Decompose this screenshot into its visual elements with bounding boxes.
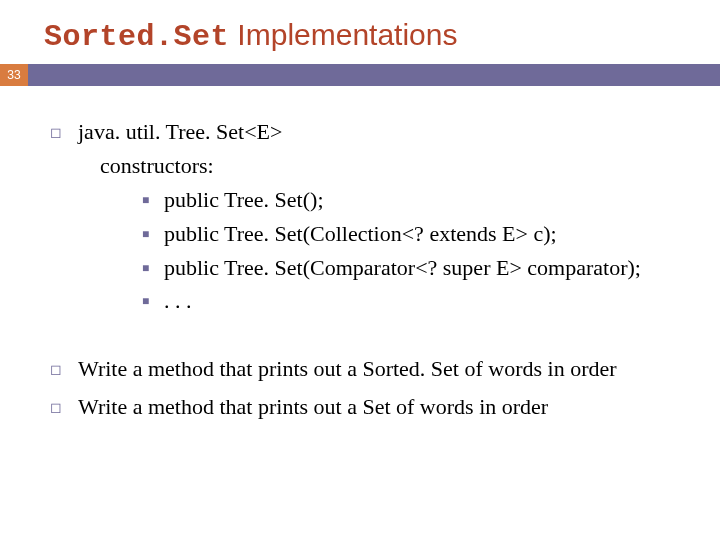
filled-square-icon: ■ xyxy=(142,218,164,250)
list-item: ■ . . . xyxy=(50,285,680,317)
list-item: ■ public Tree. Set(Collection<? extends … xyxy=(50,218,680,250)
slide-body: ◻ java. util. Tree. Set<E> constructors:… xyxy=(0,86,720,423)
page-number: 33 xyxy=(0,64,28,86)
filled-square-icon: ■ xyxy=(142,184,164,216)
filled-square-icon: ■ xyxy=(142,285,164,317)
list-text: public Tree. Set(); xyxy=(164,184,680,216)
list-text: . . . xyxy=(164,285,680,317)
list-item: ◻ Write a method that prints out a Set o… xyxy=(50,391,680,423)
list-item: ◻ java. util. Tree. Set<E> xyxy=(50,116,680,148)
list-item: ◻ Write a method that prints out a Sorte… xyxy=(50,353,680,385)
list-text: Write a method that prints out a Sorted.… xyxy=(78,353,680,385)
header-bar-fill xyxy=(28,64,720,86)
hollow-square-icon: ◻ xyxy=(50,116,78,148)
filled-square-icon: ■ xyxy=(142,252,164,284)
title-rest-part: Implementations xyxy=(229,18,457,51)
hollow-square-icon: ◻ xyxy=(50,391,78,423)
list-text: public Tree. Set(Collection<? extends E>… xyxy=(164,218,680,250)
list-item: ■ public Tree. Set(); xyxy=(50,184,680,216)
title-code-part: Sorted.Set xyxy=(44,20,229,54)
list-text: java. util. Tree. Set<E> xyxy=(78,116,680,148)
header-bar: 33 xyxy=(0,64,720,86)
list-text: public Tree. Set(Comparator<? super E> c… xyxy=(164,252,680,284)
list-item: ■ public Tree. Set(Comparator<? super E>… xyxy=(50,252,680,284)
sub-text: constructors: xyxy=(50,150,680,182)
hollow-square-icon: ◻ xyxy=(50,353,78,385)
list-text: Write a method that prints out a Set of … xyxy=(78,391,680,423)
slide-title: Sorted.Set Implementations xyxy=(0,0,720,64)
